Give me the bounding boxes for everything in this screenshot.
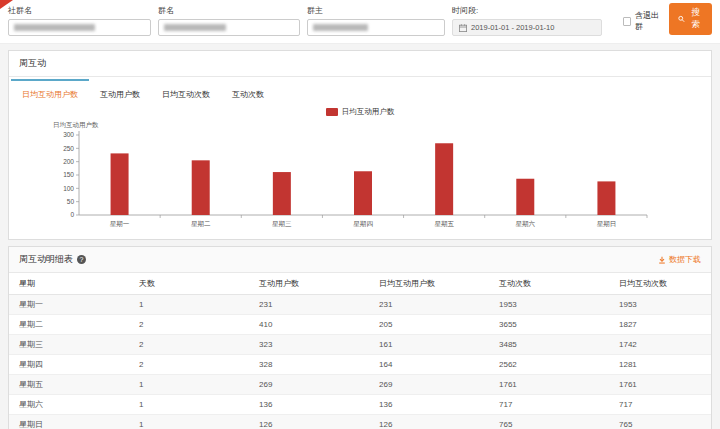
table-row: 星期五126926917611761 [9, 375, 711, 395]
table-cell: 161 [369, 335, 489, 355]
column-header: 星期 [9, 273, 129, 295]
bar-星期六[interactable] [516, 179, 534, 215]
corner-marker [0, 0, 13, 9]
table-row: 星期日1126126765765 [9, 415, 711, 429]
bar-星期日[interactable] [597, 181, 615, 215]
table-cell: 1 [129, 375, 249, 395]
y-tick-label: 50 [67, 198, 75, 205]
legend-label: 日均互动用户数 [342, 107, 395, 117]
table-cell: 231 [369, 295, 489, 315]
column-header: 天数 [129, 273, 249, 295]
column-header: 日均互动次数 [609, 273, 711, 295]
table-cell: 231 [249, 295, 369, 315]
table-cell: 2562 [489, 355, 609, 375]
table-cell: 136 [369, 395, 489, 415]
table-header-row: 星期天数互动用户数日均互动用户数互动次数日均互动次数 [9, 273, 711, 295]
redacted-text [164, 24, 226, 31]
panel-header: 周互动 [9, 51, 711, 77]
search-button-label: 搜索 [688, 7, 703, 31]
x-tick-label: 星期五 [434, 220, 454, 227]
y-tick-label: 200 [63, 158, 74, 165]
table-row: 星期四232816425621281 [9, 355, 711, 375]
group-owner-input[interactable] [307, 19, 445, 36]
table-cell: 3655 [489, 315, 609, 335]
chart-tabs: 日均互动用户数互动用户数日均互动次数互动次数 [9, 77, 711, 106]
x-tick-label: 星期二 [191, 220, 211, 227]
table-panel-header: 周互动明细表 ? 数据下载 [9, 247, 711, 273]
tab-2[interactable]: 日均互动次数 [151, 79, 221, 106]
bar-星期一[interactable] [111, 153, 129, 215]
table-cell: 星期四 [9, 355, 129, 375]
date-range-value: 2019-01-01 - 2019-01-10 [471, 23, 554, 32]
table-cell: 星期日 [9, 415, 129, 429]
table-row: 星期二241020536551827 [9, 315, 711, 335]
field-group-owner: 群主 [307, 5, 445, 36]
table-cell: 星期一 [9, 295, 129, 315]
x-tick-label: 星期六 [516, 220, 536, 227]
redacted-text [14, 24, 95, 31]
field-label: 群名 [158, 5, 300, 16]
table-cell: 1953 [489, 295, 609, 315]
weekly-detail-panel: 周互动明细表 ? 数据下载 星期天数互动用户数日均互动用户数互动次数日均互动次数… [8, 246, 712, 429]
table-cell: 星期六 [9, 395, 129, 415]
bar-星期四[interactable] [354, 171, 372, 215]
table-cell: 星期二 [9, 315, 129, 335]
table-cell: 765 [489, 415, 609, 429]
table-cell: 765 [609, 415, 711, 429]
y-tick-label: 300 [63, 131, 74, 138]
table-cell: 205 [369, 315, 489, 335]
tab-1[interactable]: 互动用户数 [89, 79, 151, 106]
table-cell: 126 [369, 415, 489, 429]
help-icon[interactable]: ? [77, 255, 86, 264]
date-range-input[interactable]: 2019-01-01 - 2019-01-10 [452, 19, 602, 36]
table-cell: 2 [129, 315, 249, 335]
search-button[interactable]: 搜索 [669, 3, 712, 35]
tab-0[interactable]: 日均互动用户数 [11, 79, 89, 106]
checkbox-icon[interactable] [623, 17, 631, 26]
table-cell: 126 [249, 415, 369, 429]
search-icon [678, 15, 685, 23]
checkbox-label: 含退出群 [635, 10, 662, 32]
data-download-link[interactable]: 数据下载 [658, 254, 701, 265]
table-cell: 323 [249, 335, 369, 355]
table-cell: 164 [369, 355, 489, 375]
table-cell: 136 [249, 395, 369, 415]
y-axis-title: 日均互动用户数 [53, 121, 99, 129]
field-label: 群主 [307, 5, 445, 16]
table-cell: 1953 [609, 295, 711, 315]
x-tick-label: 星期四 [353, 220, 373, 227]
table-cell: 269 [369, 375, 489, 395]
column-header: 互动用户数 [249, 273, 369, 295]
field-group-name: 群名 [158, 5, 300, 36]
field-label: 时间段: [452, 5, 602, 16]
y-tick-label: 100 [63, 185, 74, 192]
x-tick-label: 星期三 [272, 220, 292, 227]
community-name-input[interactable] [8, 19, 151, 36]
bar-chart: 日均互动用户数050100150200250300星期一星期二星期三星期四星期五… [9, 117, 711, 239]
bar-星期三[interactable] [273, 172, 291, 215]
group-name-input[interactable] [158, 19, 300, 36]
table-cell: 717 [489, 395, 609, 415]
panel-title: 周互动 [19, 57, 46, 70]
table-cell: 3485 [489, 335, 609, 355]
redacted-text [313, 24, 368, 31]
bar-chart-svg: 日均互动用户数050100150200250300星期一星期二星期三星期四星期五… [13, 119, 709, 235]
table-cell: 1 [129, 395, 249, 415]
table-cell: 星期五 [9, 375, 129, 395]
filter-bar: 社群名 群名 群主 时间段: 2019-01-01 - 2019-01-10 [0, 0, 720, 44]
tab-3[interactable]: 互动次数 [221, 79, 275, 106]
bar-星期二[interactable] [192, 160, 210, 215]
x-tick-label: 星期日 [597, 220, 617, 227]
table-cell: 269 [249, 375, 369, 395]
column-header: 日均互动用户数 [369, 273, 489, 295]
table-cell: 1742 [609, 335, 711, 355]
include-left-group-option[interactable]: 含退出群 [623, 10, 662, 32]
table-cell: 1827 [609, 315, 711, 335]
column-header: 互动次数 [489, 273, 609, 295]
bar-星期五[interactable] [435, 143, 453, 215]
table-row: 星期三232316134851742 [9, 335, 711, 355]
table-cell: 1761 [609, 375, 711, 395]
field-label: 社群名 [8, 5, 151, 16]
chart-legend[interactable]: 日均互动用户数 [9, 107, 711, 117]
y-tick-label: 250 [63, 145, 74, 152]
